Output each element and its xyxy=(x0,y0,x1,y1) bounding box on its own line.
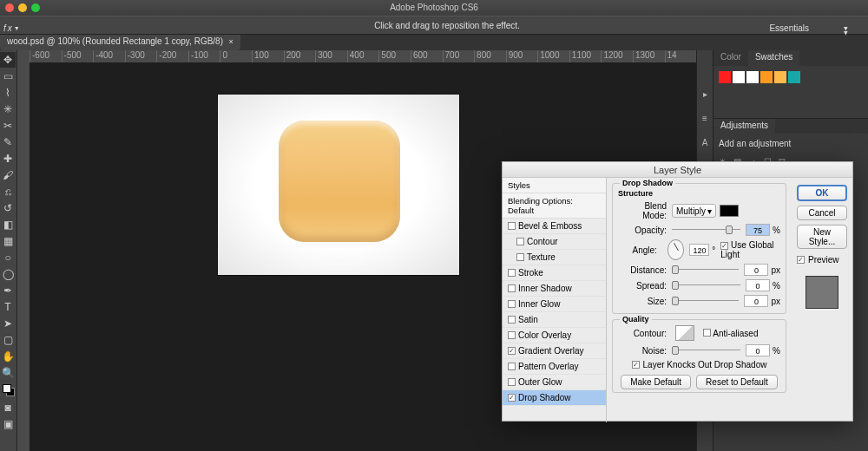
style-item-gradient-overlay[interactable]: Gradient Overlay xyxy=(503,343,606,359)
type-panel-icon[interactable]: A xyxy=(697,134,713,153)
style-checkbox[interactable] xyxy=(516,238,524,245)
swatch[interactable] xyxy=(719,71,731,83)
structure-label: Structure xyxy=(618,189,780,198)
brush-tool[interactable]: 🖌 xyxy=(0,167,16,183)
style-item-stroke[interactable]: Stroke xyxy=(503,265,606,281)
angle-dial[interactable] xyxy=(667,239,685,260)
close-window-icon[interactable] xyxy=(5,3,14,12)
options-menu-icon[interactable]: ▼ xyxy=(14,19,20,38)
collapse-panels-icon[interactable]: ▸▸ xyxy=(837,27,856,36)
noise-input[interactable]: 0 xyxy=(746,344,770,356)
swatch[interactable] xyxy=(733,71,745,83)
style-checkbox[interactable] xyxy=(508,331,516,339)
swatch[interactable] xyxy=(746,71,759,83)
cancel-button[interactable]: Cancel xyxy=(797,206,847,220)
size-slider[interactable] xyxy=(672,296,739,306)
swatch[interactable] xyxy=(760,71,773,83)
style-item-label: Texture xyxy=(527,252,556,262)
style-checkbox[interactable] xyxy=(508,316,516,324)
angle-input[interactable]: 120 xyxy=(689,244,709,256)
styles-header[interactable]: Styles xyxy=(503,178,606,193)
style-item-inner-shadow[interactable]: Inner Shadow xyxy=(503,281,606,297)
size-input[interactable]: 0 xyxy=(744,295,768,307)
anti-aliased-checkbox[interactable] xyxy=(703,329,711,337)
crop-tool[interactable]: ✂ xyxy=(0,118,16,134)
opacity-slider[interactable] xyxy=(672,225,740,235)
ruler-vertical[interactable] xyxy=(17,50,30,451)
style-item-outer-glow[interactable]: Outer Glow xyxy=(503,375,606,390)
type-tool[interactable]: T xyxy=(0,299,16,315)
style-checkbox[interactable] xyxy=(508,222,516,230)
opacity-input[interactable]: 75 xyxy=(746,224,770,236)
foreground-background-color[interactable] xyxy=(3,384,15,396)
workspace-switcher[interactable]: Essentials xyxy=(769,19,809,38)
move-effect-icon[interactable]: f xyxy=(3,19,6,38)
path-selection-tool[interactable]: ➤ xyxy=(0,316,16,331)
hand-tool[interactable]: ✋ xyxy=(0,349,16,364)
minimize-window-icon[interactable] xyxy=(18,3,27,12)
magic-wand-tool[interactable]: ✳ xyxy=(0,101,16,117)
ruler-horizontal[interactable]: -600-500-400-300-200-1000100200300400500… xyxy=(30,50,696,62)
preview-checkbox[interactable] xyxy=(797,256,805,264)
dodge-tool[interactable]: ◯ xyxy=(0,266,16,282)
reset-default-button[interactable]: Reset to Default xyxy=(696,375,778,389)
quick-mask-icon[interactable]: ◙ xyxy=(0,400,16,415)
adjustments-panel-tab[interactable]: Adjustments xyxy=(713,119,775,134)
blend-mode-select[interactable]: Multiply▾ xyxy=(672,204,716,218)
make-default-button[interactable]: Make Default xyxy=(621,375,691,389)
move-tool[interactable]: ✥ xyxy=(0,52,16,68)
style-item-inner-glow[interactable]: Inner Glow xyxy=(503,297,606,312)
blending-options[interactable]: Blending Options: Default xyxy=(503,193,606,219)
swatch[interactable] xyxy=(774,71,786,83)
style-item-pattern-overlay[interactable]: Pattern Overlay xyxy=(503,359,606,375)
zoom-window-icon[interactable] xyxy=(31,3,40,12)
spread-slider[interactable] xyxy=(672,280,740,291)
style-item-bevel-emboss[interactable]: Bevel & Emboss xyxy=(503,219,606,234)
history-panel-icon[interactable]: ▸ xyxy=(697,85,713,104)
style-checkbox[interactable] xyxy=(508,394,516,402)
document-canvas[interactable] xyxy=(217,94,460,276)
style-item-satin[interactable]: Satin xyxy=(503,312,606,328)
close-tab-icon[interactable]: × xyxy=(229,37,233,46)
swatches-panel-tab[interactable]: Swatches xyxy=(748,50,799,66)
shadow-color-swatch[interactable] xyxy=(720,205,739,217)
contour-picker[interactable] xyxy=(675,325,694,341)
gradient-tool[interactable]: ▦ xyxy=(0,233,16,249)
eraser-tool[interactable]: ◧ xyxy=(0,217,16,232)
style-item-texture[interactable]: Texture xyxy=(503,250,606,265)
marquee-tool[interactable]: ▭ xyxy=(0,69,16,84)
distance-input[interactable]: 0 xyxy=(744,264,768,276)
lasso-tool[interactable]: ⌇ xyxy=(0,85,16,101)
swatch[interactable] xyxy=(788,71,800,83)
style-checkbox[interactable] xyxy=(508,347,516,355)
ok-button[interactable]: OK xyxy=(797,185,847,201)
style-checkbox[interactable] xyxy=(508,378,516,386)
style-checkbox[interactable] xyxy=(508,300,516,308)
style-checkbox[interactable] xyxy=(508,269,516,277)
blur-tool[interactable]: ○ xyxy=(0,250,16,265)
style-checkbox[interactable] xyxy=(508,363,516,370)
noise-slider[interactable] xyxy=(672,345,740,356)
new-style-button[interactable]: New Style... xyxy=(797,225,847,249)
screen-mode-icon[interactable]: ▣ xyxy=(0,416,16,432)
document-tab[interactable]: wood.psd @ 100% (Rounded Rectangle 1 cop… xyxy=(0,35,240,50)
style-item-drop-shadow[interactable]: Drop Shadow xyxy=(503,390,606,406)
style-checkbox[interactable] xyxy=(516,253,524,261)
global-light-checkbox[interactable] xyxy=(720,242,728,250)
shape-tool[interactable]: ▢ xyxy=(0,332,16,348)
knockout-checkbox[interactable] xyxy=(632,361,640,369)
char-panel-icon[interactable]: ≡ xyxy=(697,109,713,128)
clone-stamp-tool[interactable]: ⎌ xyxy=(0,184,16,199)
history-brush-tool[interactable]: ↺ xyxy=(0,200,16,216)
healing-brush-tool[interactable]: ✚ xyxy=(0,151,16,167)
pen-tool[interactable]: ✒ xyxy=(0,283,16,298)
spread-input[interactable]: 0 xyxy=(746,279,770,291)
eyedropper-tool[interactable]: ✎ xyxy=(0,134,16,150)
style-item-contour[interactable]: Contour xyxy=(503,234,606,250)
distance-slider[interactable] xyxy=(672,265,739,275)
color-panel-tab[interactable]: Color xyxy=(713,50,748,66)
move-effect-icon-x[interactable]: x xyxy=(8,19,12,38)
style-checkbox[interactable] xyxy=(508,284,516,292)
zoom-tool[interactable]: 🔍 xyxy=(0,365,16,381)
style-item-color-overlay[interactable]: Color Overlay xyxy=(503,328,606,343)
